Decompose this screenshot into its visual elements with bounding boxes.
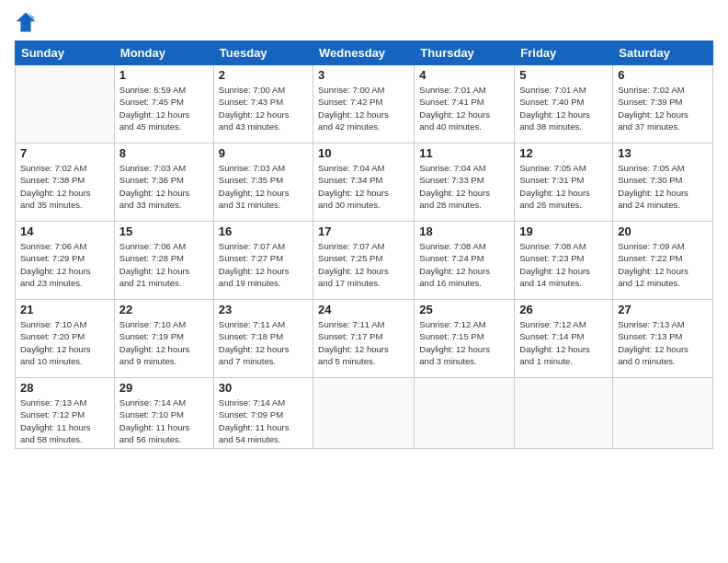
day-number: 19 bbox=[519, 224, 608, 238]
day-number: 30 bbox=[219, 381, 308, 395]
day-of-week-header: Saturday bbox=[613, 41, 713, 65]
day-info: Sunrise: 7:02 AM Sunset: 7:38 PM Dayligh… bbox=[20, 162, 109, 211]
day-info: Sunrise: 7:07 AM Sunset: 7:27 PM Dayligh… bbox=[219, 240, 308, 289]
calendar-cell: 25Sunrise: 7:12 AM Sunset: 7:15 PM Dayli… bbox=[415, 300, 515, 378]
day-number: 29 bbox=[119, 381, 209, 395]
calendar-cell: 26Sunrise: 7:12 AM Sunset: 7:14 PM Dayli… bbox=[515, 300, 613, 378]
day-info: Sunrise: 7:14 AM Sunset: 7:10 PM Dayligh… bbox=[119, 396, 209, 445]
calendar-cell: 14Sunrise: 7:06 AM Sunset: 7:29 PM Dayli… bbox=[16, 222, 115, 300]
calendar-cell: 27Sunrise: 7:13 AM Sunset: 7:13 PM Dayli… bbox=[613, 300, 713, 378]
day-number: 11 bbox=[419, 146, 509, 160]
day-info: Sunrise: 7:13 AM Sunset: 7:12 PM Dayligh… bbox=[20, 396, 109, 445]
day-info: Sunrise: 7:11 AM Sunset: 7:17 PM Dayligh… bbox=[318, 318, 409, 367]
day-of-week-header: Monday bbox=[114, 41, 213, 65]
calendar-cell: 13Sunrise: 7:05 AM Sunset: 7:30 PM Dayli… bbox=[613, 144, 713, 222]
day-info: Sunrise: 7:11 AM Sunset: 7:18 PM Dayligh… bbox=[219, 318, 308, 367]
day-info: Sunrise: 7:05 AM Sunset: 7:30 PM Dayligh… bbox=[618, 162, 708, 211]
day-number: 28 bbox=[20, 381, 109, 395]
calendar-cell bbox=[515, 378, 613, 449]
day-number: 25 bbox=[419, 303, 509, 316]
day-number: 26 bbox=[519, 303, 608, 316]
calendar-cell: 5Sunrise: 7:01 AM Sunset: 7:40 PM Daylig… bbox=[515, 65, 613, 144]
day-number: 23 bbox=[219, 303, 308, 316]
calendar-cell: 19Sunrise: 7:08 AM Sunset: 7:23 PM Dayli… bbox=[515, 222, 613, 300]
calendar-cell: 21Sunrise: 7:10 AM Sunset: 7:20 PM Dayli… bbox=[16, 300, 115, 378]
calendar-week-row: 28Sunrise: 7:13 AM Sunset: 7:12 PM Dayli… bbox=[16, 378, 713, 449]
calendar-cell: 1Sunrise: 6:59 AM Sunset: 7:45 PM Daylig… bbox=[114, 65, 213, 144]
calendar-table: SundayMondayTuesdayWednesdayThursdayFrid… bbox=[15, 40, 713, 449]
calendar-cell: 24Sunrise: 7:11 AM Sunset: 7:17 PM Dayli… bbox=[313, 300, 415, 378]
day-number: 16 bbox=[219, 224, 308, 238]
day-number: 24 bbox=[318, 303, 409, 316]
day-number: 27 bbox=[618, 303, 708, 316]
day-info: Sunrise: 7:04 AM Sunset: 7:34 PM Dayligh… bbox=[318, 162, 409, 211]
day-info: Sunrise: 7:09 AM Sunset: 7:22 PM Dayligh… bbox=[618, 240, 708, 289]
day-info: Sunrise: 7:00 AM Sunset: 7:43 PM Dayligh… bbox=[219, 84, 308, 132]
calendar-cell: 23Sunrise: 7:11 AM Sunset: 7:18 PM Dayli… bbox=[213, 300, 313, 378]
day-info: Sunrise: 7:12 AM Sunset: 7:15 PM Dayligh… bbox=[419, 318, 509, 367]
day-info: Sunrise: 7:08 AM Sunset: 7:23 PM Dayligh… bbox=[519, 240, 608, 289]
day-number: 17 bbox=[318, 224, 409, 238]
calendar-cell: 9Sunrise: 7:03 AM Sunset: 7:35 PM Daylig… bbox=[213, 144, 313, 222]
calendar-cell: 22Sunrise: 7:10 AM Sunset: 7:19 PM Dayli… bbox=[114, 300, 213, 378]
calendar-cell: 29Sunrise: 7:14 AM Sunset: 7:10 PM Dayli… bbox=[114, 378, 213, 449]
day-number: 14 bbox=[20, 224, 109, 238]
calendar-container: SundayMondayTuesdayWednesdayThursdayFrid… bbox=[0, 0, 728, 563]
day-info: Sunrise: 7:06 AM Sunset: 7:28 PM Dayligh… bbox=[119, 240, 209, 289]
day-info: Sunrise: 7:13 AM Sunset: 7:13 PM Dayligh… bbox=[618, 318, 708, 367]
day-info: Sunrise: 7:03 AM Sunset: 7:36 PM Dayligh… bbox=[119, 162, 209, 211]
day-info: Sunrise: 7:10 AM Sunset: 7:20 PM Dayligh… bbox=[20, 318, 109, 367]
calendar-cell: 8Sunrise: 7:03 AM Sunset: 7:36 PM Daylig… bbox=[114, 144, 213, 222]
calendar-cell: 17Sunrise: 7:07 AM Sunset: 7:25 PM Dayli… bbox=[313, 222, 415, 300]
svg-marker-0 bbox=[17, 13, 36, 32]
day-of-week-header: Sunday bbox=[16, 41, 115, 65]
calendar-cell: 16Sunrise: 7:07 AM Sunset: 7:27 PM Dayli… bbox=[213, 222, 313, 300]
day-number: 6 bbox=[618, 68, 708, 82]
calendar-week-row: 21Sunrise: 7:10 AM Sunset: 7:20 PM Dayli… bbox=[16, 300, 713, 378]
calendar-cell: 7Sunrise: 7:02 AM Sunset: 7:38 PM Daylig… bbox=[16, 144, 115, 222]
calendar-cell: 11Sunrise: 7:04 AM Sunset: 7:33 PM Dayli… bbox=[415, 144, 515, 222]
calendar-cell: 28Sunrise: 7:13 AM Sunset: 7:12 PM Dayli… bbox=[16, 378, 115, 449]
day-info: Sunrise: 7:04 AM Sunset: 7:33 PM Dayligh… bbox=[419, 162, 509, 211]
calendar-cell: 20Sunrise: 7:09 AM Sunset: 7:22 PM Dayli… bbox=[613, 222, 713, 300]
day-info: Sunrise: 7:08 AM Sunset: 7:24 PM Dayligh… bbox=[419, 240, 509, 289]
day-of-week-header: Friday bbox=[515, 41, 613, 65]
calendar-cell bbox=[313, 378, 415, 449]
calendar-cell: 12Sunrise: 7:05 AM Sunset: 7:31 PM Dayli… bbox=[515, 144, 613, 222]
day-number: 8 bbox=[119, 146, 209, 160]
day-info: Sunrise: 7:02 AM Sunset: 7:39 PM Dayligh… bbox=[618, 84, 708, 132]
day-number: 13 bbox=[618, 146, 708, 160]
day-number: 12 bbox=[519, 146, 608, 160]
day-info: Sunrise: 7:12 AM Sunset: 7:14 PM Dayligh… bbox=[519, 318, 608, 367]
day-info: Sunrise: 7:07 AM Sunset: 7:25 PM Dayligh… bbox=[318, 240, 409, 289]
day-number: 4 bbox=[419, 68, 509, 82]
day-info: Sunrise: 7:03 AM Sunset: 7:35 PM Dayligh… bbox=[219, 162, 308, 211]
day-of-week-header: Thursday bbox=[415, 41, 515, 65]
days-header-row: SundayMondayTuesdayWednesdayThursdayFrid… bbox=[16, 41, 713, 65]
day-info: Sunrise: 7:06 AM Sunset: 7:29 PM Dayligh… bbox=[20, 240, 109, 289]
calendar-cell: 3Sunrise: 7:00 AM Sunset: 7:42 PM Daylig… bbox=[313, 65, 415, 144]
calendar-week-row: 14Sunrise: 7:06 AM Sunset: 7:29 PM Dayli… bbox=[16, 222, 713, 300]
calendar-cell: 15Sunrise: 7:06 AM Sunset: 7:28 PM Dayli… bbox=[114, 222, 213, 300]
day-of-week-header: Tuesday bbox=[213, 41, 313, 65]
day-number: 7 bbox=[20, 146, 109, 160]
calendar-week-row: 7Sunrise: 7:02 AM Sunset: 7:38 PM Daylig… bbox=[16, 144, 713, 222]
day-number: 9 bbox=[219, 146, 308, 160]
day-number: 18 bbox=[419, 224, 509, 238]
logo-icon bbox=[15, 11, 37, 33]
day-info: Sunrise: 7:05 AM Sunset: 7:31 PM Dayligh… bbox=[519, 162, 608, 211]
day-info: Sunrise: 7:00 AM Sunset: 7:42 PM Dayligh… bbox=[318, 84, 409, 132]
day-number: 15 bbox=[119, 224, 209, 238]
day-info: Sunrise: 7:10 AM Sunset: 7:19 PM Dayligh… bbox=[119, 318, 209, 367]
calendar-cell: 10Sunrise: 7:04 AM Sunset: 7:34 PM Dayli… bbox=[313, 144, 415, 222]
page-header bbox=[15, 11, 713, 33]
day-number: 1 bbox=[119, 68, 209, 82]
day-number: 22 bbox=[119, 303, 209, 316]
calendar-cell: 18Sunrise: 7:08 AM Sunset: 7:24 PM Dayli… bbox=[415, 222, 515, 300]
day-info: Sunrise: 7:01 AM Sunset: 7:40 PM Dayligh… bbox=[519, 84, 608, 132]
day-info: Sunrise: 6:59 AM Sunset: 7:45 PM Dayligh… bbox=[119, 84, 209, 132]
day-number: 5 bbox=[519, 68, 608, 82]
calendar-cell bbox=[415, 378, 515, 449]
day-info: Sunrise: 7:01 AM Sunset: 7:41 PM Dayligh… bbox=[419, 84, 509, 132]
calendar-cell bbox=[16, 65, 115, 144]
